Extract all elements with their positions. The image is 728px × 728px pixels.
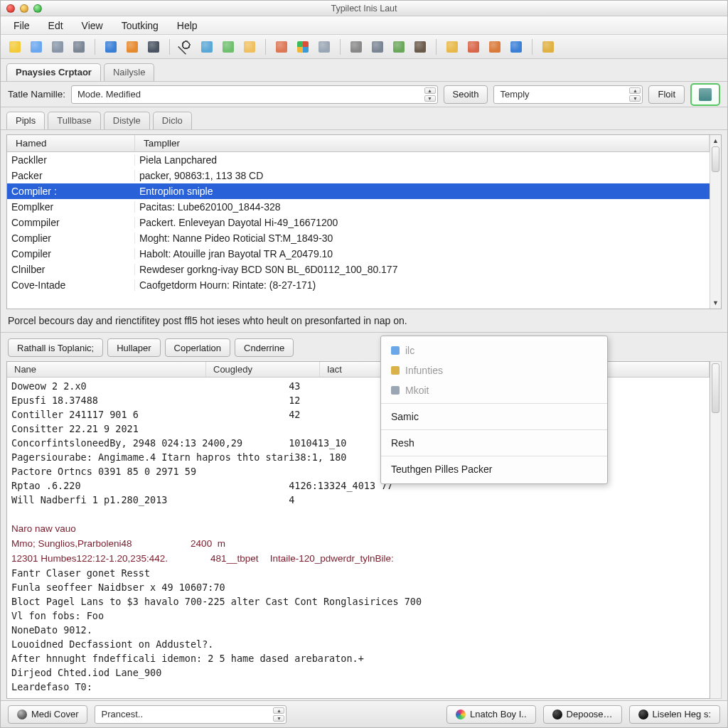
globe-icon[interactable] [102, 38, 119, 55]
menu-view[interactable]: View [73, 18, 112, 33]
filter-icon[interactable] [145, 38, 162, 55]
cell-named: Packller [7, 154, 135, 166]
menu-file[interactable]: File [5, 18, 38, 33]
search-icon[interactable] [177, 38, 194, 55]
template-combo[interactable]: Temply ▲▼ [493, 85, 643, 104]
depoose-button[interactable]: Depoose… [543, 705, 622, 724]
minimize-icon[interactable] [20, 4, 28, 13]
cell-named: Eomplker [7, 201, 135, 213]
grid-icon[interactable] [294, 38, 311, 55]
bullet-icon [17, 710, 27, 719]
disk-icon[interactable] [348, 38, 365, 55]
table-row[interactable]: Cove-IntadeCaofgetdorm Hourn: Rintate: (… [7, 277, 710, 293]
search-button[interactable]: Seoith [444, 85, 488, 104]
chevron-up-icon[interactable]: ▲ [629, 87, 641, 94]
close-icon[interactable] [6, 4, 15, 13]
tools-icon[interactable] [70, 38, 87, 55]
scroll-up-icon[interactable]: ▲ [710, 135, 721, 146]
cell-tampler: Habolt: Atouille jran Bayotal TR A_20479… [135, 248, 710, 259]
bulb-icon[interactable] [6, 38, 23, 55]
menu-item-disabled-2: Infunties [381, 360, 607, 380]
log-col-name[interactable]: Nane [7, 362, 206, 377]
menu-item-packer[interactable]: Teuthgen Pilles Packer [381, 459, 607, 479]
globe-stop-icon [468, 41, 479, 53]
folder-icon[interactable] [241, 38, 258, 55]
bug-icon[interactable] [198, 38, 215, 55]
table-row[interactable]: PackllerPiela Lanpchared [7, 152, 710, 168]
chevron-down-icon[interactable]: ▼ [424, 95, 436, 102]
context-menu: ilc Infunties Mkoit Samic Resh Teuthgen … [380, 336, 608, 484]
globe-stop-icon[interactable] [465, 38, 482, 55]
mode-combo[interactable]: Mode. Medified ▲▼ [71, 85, 438, 104]
table-row[interactable]: CommpilerPackert. Enleveyan Dayotal Hi-4… [7, 215, 710, 230]
chess-icon[interactable] [412, 38, 429, 55]
tab-analysis[interactable]: Nailysle [104, 63, 155, 81]
table-scrollbar[interactable]: ▲ ▼ [710, 135, 721, 309]
table-row[interactable]: EomplkerPacitas: Lube620100_1844-328 [7, 199, 710, 215]
window-title: Typilect Inis Laut [1, 4, 727, 14]
launch-button[interactable]: Lnatch Boy I.. [446, 705, 536, 724]
table-row[interactable]: Packerpacker, 90863:1, 113 38 CD [7, 168, 710, 183]
gear-icon[interactable] [369, 38, 386, 55]
menu-item-samic[interactable]: Samic [381, 407, 607, 427]
table-row[interactable]: Compiler :Entroplion sniple [7, 183, 710, 199]
chevron-down-icon[interactable]: ▼ [629, 95, 641, 102]
menu-tools[interactable]: Toutking [113, 18, 167, 33]
folder-icon [244, 41, 255, 53]
window-icon[interactable] [316, 38, 333, 55]
sparkle-icon [456, 710, 466, 719]
log-col-couledy[interactable]: Cougledy [206, 362, 320, 377]
subtab-pipls[interactable]: Pipls [6, 112, 45, 129]
top-tabs: Pnaysies Crptaor Nailysle [1, 59, 727, 82]
info-icon [638, 710, 648, 719]
zoom-icon[interactable] [33, 4, 42, 13]
col-tampler[interactable]: Tampller [135, 135, 710, 151]
note-icon[interactable] [49, 38, 66, 55]
pin-icon[interactable] [540, 38, 557, 55]
tab-analysis-creator[interactable]: Pnaysies Crptaor [6, 63, 101, 81]
folder2-icon[interactable] [444, 38, 461, 55]
lower-btn-3[interactable]: Cnderrine [235, 338, 294, 357]
document-action-button[interactable] [690, 83, 720, 106]
globe2-icon [223, 41, 234, 53]
scroll-thumb[interactable] [712, 146, 719, 172]
log-scroll-thumb[interactable] [712, 363, 719, 413]
menu-help[interactable]: Help [168, 18, 206, 33]
menu-item-resh[interactable]: Resh [381, 433, 607, 453]
table-row[interactable]: CompilerHabolt: Atouille jran Bayotal TR… [7, 246, 710, 262]
col-named[interactable]: Hamed [7, 135, 135, 151]
pie-icon[interactable] [124, 38, 141, 55]
lower-btn-0[interactable]: Rathall is Toplanic; [8, 338, 103, 357]
lower-btn-1[interactable]: Hullaper [107, 338, 160, 357]
subtab-distyle[interactable]: Distyle [104, 112, 150, 129]
page-add-icon[interactable] [390, 38, 407, 55]
lower-btn-2[interactable]: Coperlation [165, 338, 231, 357]
log-scrollbar[interactable] [710, 361, 722, 699]
info-icon [552, 710, 562, 719]
ruler-icon [31, 41, 42, 53]
cell-tampler: Piela Lanpchared [135, 154, 710, 166]
medi-cover-button[interactable]: Medi Cover [8, 705, 87, 724]
table-row[interactable]: ComplierMoght: Nanne Pideo Roticial ST:M… [7, 230, 710, 246]
liselen-button[interactable]: Liselen Heg s: [629, 705, 720, 724]
cell-named: Compiler [7, 248, 135, 259]
menu-edit[interactable]: Edt [40, 18, 72, 33]
scroll-down-icon[interactable]: ▼ [710, 297, 721, 309]
toolbar [1, 35, 727, 59]
chevron-down-icon[interactable]: ▼ [273, 715, 284, 722]
cut-icon[interactable] [486, 38, 503, 55]
ruler-icon[interactable] [28, 38, 45, 55]
subtab-diclo[interactable]: Diclo [153, 112, 192, 129]
float-button[interactable]: Floit [648, 85, 685, 104]
subtab-tullbase[interactable]: Tullbase [48, 112, 101, 129]
image-icon[interactable] [273, 38, 290, 55]
chevron-up-icon[interactable]: ▲ [424, 87, 436, 94]
filter-icon [148, 41, 159, 53]
cell-named: Packer [7, 170, 135, 181]
process-combo[interactable]: Prancest.. ▲▼ [95, 705, 287, 724]
filter-bar: Tatle Namille: Mode. Medified ▲▼ Seoith … [1, 82, 727, 107]
globe2-icon[interactable] [220, 38, 237, 55]
chevron-up-icon[interactable]: ▲ [273, 707, 284, 714]
help-icon[interactable] [508, 38, 525, 55]
table-row[interactable]: ClnilberRewdeser gorkng-ivay BCD S0N BL_… [7, 262, 710, 277]
